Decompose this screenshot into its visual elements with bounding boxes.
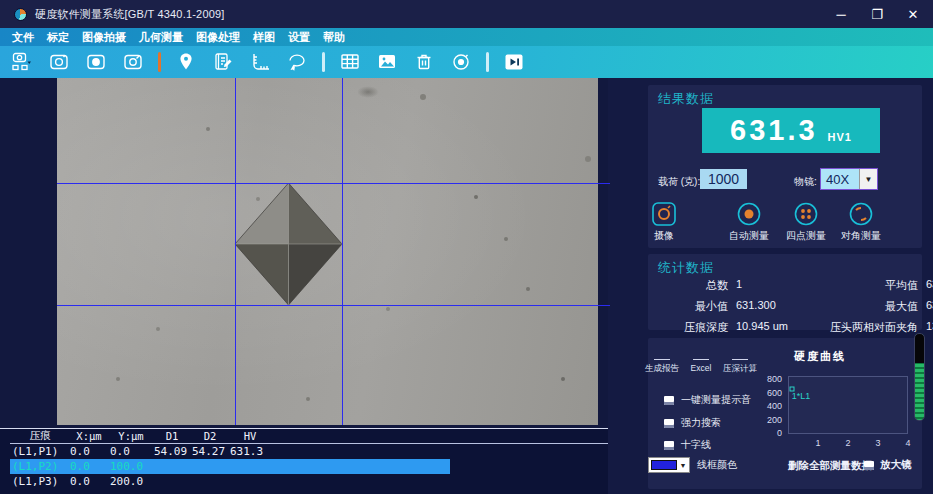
checkbox-icon[interactable] bbox=[664, 419, 674, 428]
crosshair-checkbox-label: 十字线 bbox=[681, 438, 711, 452]
col-x: X:μm bbox=[68, 430, 108, 442]
col-y: Y:μm bbox=[108, 430, 152, 442]
titlebar: 硬度软件测量系统[GB/T 4340.1-2009] ─ ❐ ✕ bbox=[0, 0, 933, 28]
ytick: 800 bbox=[748, 374, 782, 384]
right-panel: 结果数据 631.3 HV1 载荷 (克): 物镜: 40X ▼ bbox=[608, 78, 933, 494]
checkbox-icon[interactable] bbox=[864, 461, 874, 470]
checkbox-icon[interactable] bbox=[664, 441, 674, 450]
stat-angle-label: 压头两相对面夹角 bbox=[808, 320, 926, 335]
close-icon[interactable]: ✕ bbox=[903, 7, 923, 22]
cell-y: 0.0 bbox=[108, 445, 152, 458]
load-input[interactable] bbox=[700, 169, 747, 189]
cell-hv: 631.3 bbox=[228, 445, 270, 458]
capture-button[interactable]: 摄像 bbox=[634, 201, 694, 243]
camera-link-icon[interactable] bbox=[10, 50, 34, 74]
line-color-dropdown[interactable]: ▼ bbox=[648, 457, 690, 473]
strong-search-checkbox-label: 强力搜索 bbox=[681, 416, 721, 430]
play-next-icon[interactable] bbox=[502, 50, 526, 74]
level-slider[interactable] bbox=[914, 333, 925, 421]
grid-table-icon[interactable] bbox=[338, 50, 362, 74]
microscope-image[interactable] bbox=[57, 78, 598, 425]
stat-min-label: 最小值 bbox=[648, 299, 736, 314]
measurement-table: 压痕 X:μm Y:μm D1 D2 HV (L1,P1) 0.0 0.0 54… bbox=[0, 428, 608, 494]
objective-label: 物镜: bbox=[794, 175, 817, 189]
cell-x: 0.0 bbox=[68, 445, 108, 458]
four-point-measure-button[interactable]: 四点测量 bbox=[776, 201, 836, 243]
beep-checkbox-row[interactable]: 一键测量提示音 bbox=[664, 393, 751, 407]
menu-file[interactable]: 文件 bbox=[12, 30, 34, 45]
edit-note-icon[interactable] bbox=[211, 50, 235, 74]
menu-image-capture[interactable]: 图像拍摄 bbox=[82, 30, 126, 45]
ytick: 400 bbox=[748, 401, 782, 411]
camera-shot-icon[interactable] bbox=[84, 50, 108, 74]
crosshair-checkbox-row[interactable]: 十字线 bbox=[664, 438, 711, 452]
ytick: 600 bbox=[748, 388, 782, 398]
menu-calibration[interactable]: 标定 bbox=[47, 30, 69, 45]
objective-select[interactable]: 40X ▼ bbox=[820, 168, 878, 190]
crosshair-left-line[interactable] bbox=[235, 78, 236, 425]
trash-icon[interactable] bbox=[412, 50, 436, 74]
cell-d2: 54.27 bbox=[190, 445, 228, 458]
menu-settings[interactable]: 设置 bbox=[288, 30, 310, 45]
hardness-unit: HV1 bbox=[828, 131, 852, 143]
load-label: 载荷 (克): bbox=[658, 175, 700, 189]
camera-capture-icon[interactable] bbox=[47, 50, 71, 74]
strong-search-checkbox-row[interactable]: 强力搜索 bbox=[664, 416, 721, 430]
cell-x: 0.0 bbox=[68, 460, 108, 473]
delete-all-button[interactable]: 删除全部测量数据 bbox=[788, 459, 872, 473]
chevron-down-icon[interactable]: ▼ bbox=[859, 169, 877, 189]
hardness-value: 631.3 bbox=[730, 114, 818, 147]
chart-title: 硬度曲线 bbox=[794, 349, 846, 364]
excel-export-button[interactable]: Excel bbox=[679, 359, 723, 373]
pin-marker-icon[interactable] bbox=[174, 50, 198, 74]
chevron-down-icon[interactable]: ▼ bbox=[677, 462, 689, 469]
app-logo-icon bbox=[14, 8, 27, 21]
ruler-icon[interactable] bbox=[248, 50, 272, 74]
statistics-section: 统计数据 总数 1 平均值 631.300 最小值 631.300 最大值 63… bbox=[648, 254, 922, 330]
beep-checkbox-label: 一键测量提示音 bbox=[681, 393, 751, 407]
lasso-select-icon[interactable] bbox=[285, 50, 309, 74]
maximize-icon[interactable]: ❐ bbox=[867, 7, 887, 22]
toolbar-separator bbox=[486, 52, 489, 72]
stat-depth-label: 压痕深度 bbox=[648, 320, 736, 335]
table-row[interactable]: (L1,P3) 0.0 200.0 bbox=[10, 474, 608, 489]
statistics-header: 统计数据 bbox=[658, 259, 714, 277]
generate-report-button[interactable]: 生成报告 bbox=[640, 359, 684, 375]
stat-max-value: 631.300 bbox=[926, 299, 933, 314]
crosshair-right-line[interactable] bbox=[342, 78, 343, 425]
depth-calc-button[interactable]: 压深计算 bbox=[718, 359, 762, 375]
magnifier-row[interactable]: 放大镜 bbox=[864, 458, 912, 472]
diagonal-measure-icon bbox=[848, 201, 874, 227]
stat-depth-value: 10.945 um bbox=[736, 320, 808, 335]
cell-d1: 54.09 bbox=[152, 445, 190, 458]
cell-x: 0.0 bbox=[68, 475, 108, 488]
menu-sample-image[interactable]: 样图 bbox=[253, 30, 275, 45]
hardness-result-box: 631.3 HV1 bbox=[702, 108, 880, 153]
camera-rotate-icon[interactable] bbox=[121, 50, 145, 74]
stat-mean-label: 平均值 bbox=[808, 278, 926, 293]
xtick: 3 bbox=[868, 438, 888, 448]
app-window: 硬度软件测量系统[GB/T 4340.1-2009] ─ ❐ ✕ 文件 标定 图… bbox=[0, 0, 933, 494]
checkbox-icon[interactable] bbox=[664, 396, 674, 405]
objective-value: 40X bbox=[821, 169, 859, 189]
menu-geometry-measure[interactable]: 几何测量 bbox=[139, 30, 183, 45]
table-row[interactable]: (L1,P1) 0.0 0.0 54.09 54.27 631.3 bbox=[10, 444, 608, 459]
image-viewport bbox=[0, 78, 608, 428]
diagonal-measure-button[interactable]: 对角测量 bbox=[831, 201, 891, 243]
minimize-icon[interactable]: ─ bbox=[831, 7, 851, 22]
crosshair-top-line[interactable] bbox=[57, 183, 610, 184]
auto-measure-button[interactable]: 自动测量 bbox=[719, 201, 779, 243]
menu-help[interactable]: 帮助 bbox=[323, 30, 345, 45]
menu-image-processing[interactable]: 图像处理 bbox=[196, 30, 240, 45]
tools-section: 生成报告 Excel 压深计算 硬度曲线 800 600 400 200 0 1… bbox=[648, 338, 922, 489]
crosshair-bottom-line[interactable] bbox=[57, 305, 610, 306]
xtick: 2 bbox=[838, 438, 858, 448]
image-view-icon[interactable] bbox=[375, 50, 399, 74]
col-d2: D2 bbox=[190, 430, 228, 442]
cell-indent: (L1,P2) bbox=[10, 460, 68, 473]
record-icon[interactable] bbox=[449, 50, 473, 74]
stat-total-label: 总数 bbox=[648, 278, 736, 293]
window-title: 硬度软件测量系统[GB/T 4340.1-2009] bbox=[35, 7, 225, 22]
table-row-selected[interactable]: (L1,P2) 0.0 100.0 bbox=[10, 459, 608, 474]
hardness-chart-plot: 1*L1 bbox=[788, 376, 908, 434]
